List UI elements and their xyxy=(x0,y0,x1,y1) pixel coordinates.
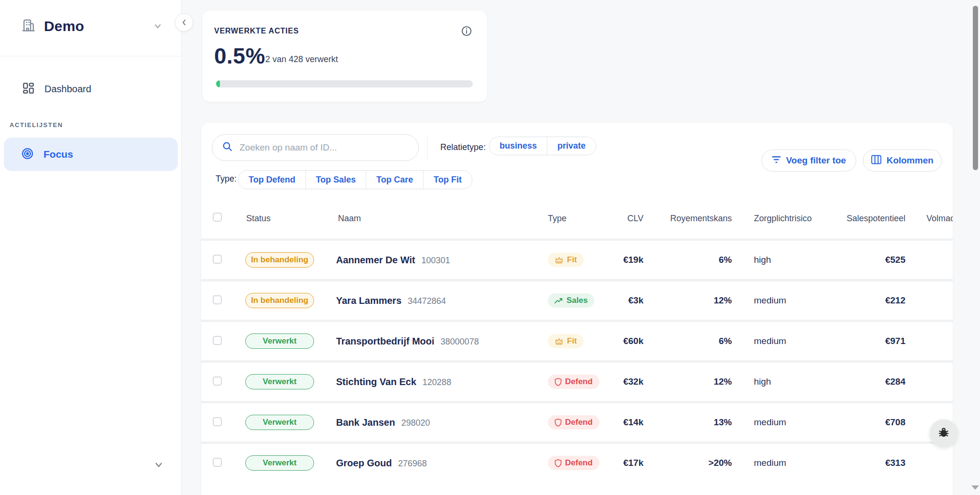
type-label: Sales xyxy=(566,296,588,305)
type-segments: Top Defend Top Sales Top Care Top Fit xyxy=(238,170,472,189)
clv-value: €19k xyxy=(623,255,643,265)
clv-value: €17k xyxy=(623,458,643,468)
trend-up-icon xyxy=(555,298,563,304)
royementskans-value: >20% xyxy=(708,458,732,468)
row-name: Groep Goud xyxy=(336,458,392,469)
info-icon[interactable] xyxy=(461,25,472,39)
segment-business[interactable]: business xyxy=(490,137,547,155)
row-id: 34472864 xyxy=(408,296,446,306)
progress-bar xyxy=(216,80,473,87)
salespotentieel-value: €284 xyxy=(885,377,905,387)
bug-report-button[interactable] xyxy=(930,420,958,447)
crown-icon xyxy=(555,256,564,264)
table-row[interactable]: Verwerkt Bank Jansen 298020 Defend xyxy=(201,401,953,441)
zorgplichtrisico-value: medium xyxy=(732,458,823,468)
filter-icon xyxy=(772,155,781,166)
search-box[interactable] xyxy=(212,134,419,161)
segment-private[interactable]: private xyxy=(547,137,596,155)
chevron-down-icon[interactable] xyxy=(153,22,163,33)
add-filter-label: Voeg filter toe xyxy=(786,155,846,166)
segment-top-fit[interactable]: Top Fit xyxy=(424,171,472,189)
segment-top-sales[interactable]: Top Sales xyxy=(306,171,367,189)
workspace-switcher[interactable]: Demo xyxy=(21,18,84,34)
row-checkbox[interactable] xyxy=(213,377,222,386)
type-badge: Defend xyxy=(548,456,599,470)
status-badge: In behandeling xyxy=(245,252,314,268)
row-checkbox[interactable] xyxy=(213,255,222,264)
salespotentieel-value: €708 xyxy=(885,417,905,428)
clv-value: €60k xyxy=(623,336,643,346)
zorgplichtrisico-value: high xyxy=(732,255,823,265)
type-label: Defend xyxy=(565,418,593,427)
sidebar-section-label: ACTIELIJSTEN xyxy=(10,121,63,129)
crown-icon xyxy=(555,337,564,345)
row-name: Yara Lammers xyxy=(336,295,402,306)
scrollbar-down-arrow[interactable] xyxy=(971,485,979,490)
clv-value: €32k xyxy=(623,377,643,387)
row-name: Transportbedrijf Mooi xyxy=(336,336,435,347)
col-royementskans[interactable]: Royementskans xyxy=(670,214,732,224)
type-badge: Sales xyxy=(548,293,594,308)
sidebar-item-focus[interactable]: Focus xyxy=(4,138,178,171)
building-icon xyxy=(21,18,35,34)
sidebar: Demo Dashboard ACTIELIJSTEN xyxy=(0,0,182,495)
sidebar-expand-chevron-icon[interactable] xyxy=(153,460,164,472)
status-badge: Verwerkt xyxy=(245,374,314,389)
zorgplichtrisico-value: medium xyxy=(732,295,823,306)
search-input[interactable] xyxy=(240,142,407,153)
table-row[interactable]: Verwerkt Groep Goud 276968 Defend xyxy=(201,441,953,482)
bug-icon xyxy=(937,426,950,441)
add-filter-button[interactable]: Voeg filter toe xyxy=(762,150,856,172)
dashboard-grid-icon xyxy=(22,82,35,97)
segment-top-defend[interactable]: Top Defend xyxy=(239,171,306,189)
processed-actions-card: VERWERKTE ACTIES 0.5% 2 van 428 verwerkt xyxy=(202,11,487,102)
select-all-checkbox[interactable] xyxy=(213,213,222,222)
zorgplichtrisico-value: high xyxy=(732,377,823,387)
action-list-panel: Relatietype: business private Type: Top … xyxy=(201,123,953,495)
royementskans-value: 13% xyxy=(714,417,732,428)
type-label: Fit xyxy=(567,255,577,265)
type-label: Fit xyxy=(567,336,577,346)
table-row[interactable]: Verwerkt Stichting Van Eck 120288 Defend xyxy=(201,360,953,401)
table-row[interactable]: In behandeling Yara Lammers 34472864 Sal… xyxy=(201,279,953,320)
sidebar-item-dashboard[interactable]: Dashboard xyxy=(22,76,91,101)
col-type[interactable]: Type xyxy=(548,214,608,224)
row-checkbox[interactable] xyxy=(213,417,222,426)
row-name: Bank Jansen xyxy=(336,417,395,428)
status-badge: Verwerkt xyxy=(245,334,314,349)
workspace-name: Demo xyxy=(44,18,84,34)
table-body: In behandeling Aannemer De Wit 100301 Fi… xyxy=(201,238,953,482)
salespotentieel-value: €971 xyxy=(885,336,905,346)
scrollbar-thumb[interactable] xyxy=(973,6,978,170)
col-volmacht[interactable]: Volmacht xyxy=(905,214,953,224)
table-row[interactable]: In behandeling Aannemer De Wit 100301 Fi… xyxy=(201,238,953,279)
type-badge: Defend xyxy=(548,415,599,430)
columns-button[interactable]: Kolommen xyxy=(863,150,942,172)
col-salespotentieel[interactable]: Salespotentieel xyxy=(847,214,905,224)
row-checkbox[interactable] xyxy=(213,336,222,345)
col-zorgplichtrisico[interactable]: Zorgplichtrisico xyxy=(732,214,823,224)
columns-label: Kolommen xyxy=(886,155,933,166)
zorgplichtrisico-value: medium xyxy=(732,336,823,346)
card-title: VERWERKTE ACTIES xyxy=(214,27,299,35)
type-label: Defend xyxy=(565,377,593,387)
table-row[interactable]: Verwerkt Transportbedrijf Mooi 38000078 … xyxy=(201,320,953,360)
royementskans-value: 12% xyxy=(714,377,732,387)
salespotentieel-value: €525 xyxy=(885,255,905,265)
shield-icon xyxy=(555,419,562,427)
progress-fill xyxy=(216,80,220,87)
target-icon xyxy=(21,147,34,162)
col-clv[interactable]: CLV xyxy=(627,214,643,224)
salespotentieel-value: €212 xyxy=(885,295,905,306)
col-naam[interactable]: Naam xyxy=(336,214,548,224)
shield-icon xyxy=(555,459,562,467)
processed-percentage: 0.5% xyxy=(214,43,265,69)
sidebar-collapse-button[interactable] xyxy=(175,13,193,32)
workspace-header: Demo xyxy=(0,0,181,56)
segment-top-care[interactable]: Top Care xyxy=(366,171,424,189)
row-checkbox[interactable] xyxy=(213,458,222,467)
status-badge: In behandeling xyxy=(245,293,314,308)
row-checkbox[interactable] xyxy=(213,295,222,304)
processed-caption: 2 van 428 verwerkt xyxy=(265,54,338,65)
col-status[interactable]: Status xyxy=(245,214,336,224)
